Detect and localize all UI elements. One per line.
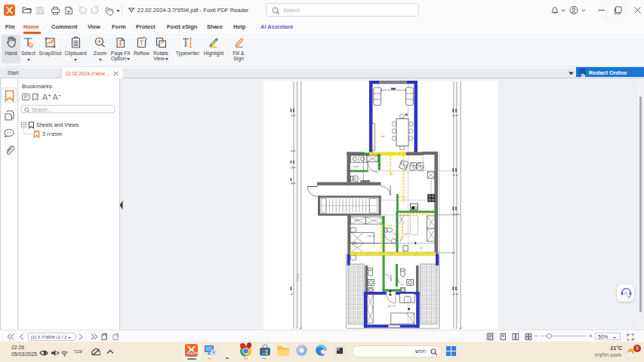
svg-text:חדר שינה: חדר שינה [387, 305, 396, 308]
svg-text:חדר: חדר [419, 247, 423, 250]
svg-text:AI: AI [624, 292, 627, 296]
svg-text:קו בניין: קו בניין [297, 274, 300, 281]
svg-text:מטבח: מטבח [353, 166, 359, 168]
svg-text:READER: READER [186, 351, 198, 354]
svg-text:ארון: ארון [355, 219, 359, 222]
svg-text:חדר: חדר [381, 135, 384, 138]
svg-text:חדר שינה: חדר שינה [367, 235, 375, 238]
